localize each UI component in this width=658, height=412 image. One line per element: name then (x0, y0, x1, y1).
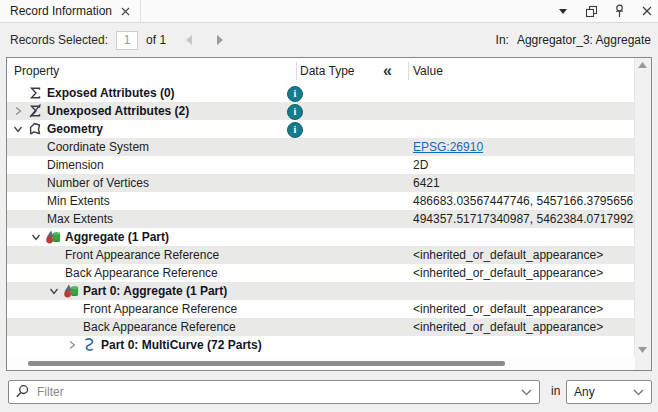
float-window-icon[interactable] (584, 4, 598, 18)
records-toolbar: Records Selected: 1 of 1 In: Aggregator_… (0, 23, 658, 57)
filter-chevron-down-icon[interactable] (521, 389, 532, 396)
in-context-label: In: (496, 33, 509, 47)
aggregate-icon (45, 229, 61, 245)
property-label: Front Appearance Reference (65, 246, 219, 264)
scrollbar-corner (635, 357, 651, 370)
filter-input[interactable]: Filter (8, 380, 540, 404)
value-text: <inherited_or_default_appearance> (413, 318, 603, 336)
property-label: Back Appearance Reference (83, 318, 236, 336)
value-text: 2D (413, 156, 428, 174)
tab-record-information[interactable]: Record Information (0, 0, 141, 22)
table-rows: Exposed Attributes (0)iUnexposed Attribu… (7, 84, 635, 354)
table-row[interactable]: Max Extents494357.51717340987, 5462384.0… (7, 210, 635, 228)
tab-close-icon[interactable] (121, 7, 130, 16)
sigma-slash-icon (27, 103, 43, 119)
property-label: Dimension (47, 156, 104, 174)
table-row[interactable]: Part 0: Aggregate (1 Part) (7, 282, 635, 300)
search-icon (15, 384, 30, 399)
multicurve-icon (81, 337, 97, 353)
horizontal-scrollbar-thumb[interactable] (28, 361, 505, 366)
property-label: Number of Vertices (47, 174, 149, 192)
table-row[interactable]: Back Appearance Reference<inherited_or_d… (7, 318, 635, 336)
record-tree-table: Property Data Type « Value Exposed Attri… (6, 57, 652, 371)
scroll-up-icon[interactable] (638, 62, 647, 68)
horizontal-scrollbar[interactable] (7, 357, 635, 370)
info-icon[interactable]: i (287, 122, 303, 138)
records-selected-label: Records Selected: (10, 33, 108, 47)
close-icon[interactable] (640, 4, 654, 18)
record-information-panel: Record Information (0, 0, 658, 412)
table-row[interactable]: Number of Vertices6421 (7, 174, 635, 192)
expander-closed-icon[interactable] (13, 106, 23, 116)
property-label: Exposed Attributes (0) (47, 84, 175, 102)
property-label: Geometry (47, 120, 103, 138)
filter-scope-value: Any (574, 381, 595, 403)
records-of-label: of 1 (146, 33, 166, 47)
header-separator (408, 62, 409, 80)
property-label: Min Extents (47, 192, 110, 210)
table-header: Property Data Type « Value (7, 58, 635, 84)
property-label: Part 0: MultiCurve (72 Parts) (101, 336, 262, 354)
scope-chevron-down-icon[interactable] (633, 389, 644, 396)
column-header-value[interactable]: Value (413, 58, 443, 84)
property-label: Aggregate (1 Part) (65, 228, 169, 246)
column-header-data-type[interactable]: Data Type (300, 58, 354, 84)
property-label: Max Extents (47, 210, 113, 228)
expander-open-icon[interactable] (31, 232, 41, 242)
property-label: Back Appearance Reference (65, 264, 218, 282)
info-icon[interactable]: i (287, 86, 303, 102)
aggregate-icon (63, 283, 79, 299)
value-text: <inherited_or_default_appearance> (413, 246, 603, 264)
value-link[interactable]: EPSG:26910 (413, 138, 483, 156)
filter-bar: Filter in Any (0, 371, 658, 412)
collapse-columns-icon[interactable]: « (383, 58, 391, 83)
table-row[interactable]: Back Appearance Reference<inherited_or_d… (7, 264, 635, 282)
property-label: Front Appearance Reference (83, 300, 237, 318)
table-row[interactable]: Exposed Attributes (0)i (7, 84, 635, 102)
property-label: Unexposed Attributes (2) (47, 102, 189, 120)
expander-open-icon[interactable] (49, 286, 59, 296)
table-row[interactable]: Part 0: MultiCurve (72 Parts) (7, 336, 635, 354)
table-row[interactable]: Dimension2D (7, 156, 635, 174)
value-text: <inherited_or_default_appearance> (413, 264, 603, 282)
dock-menu-arrow-icon[interactable] (556, 4, 570, 18)
info-icon[interactable]: i (287, 104, 303, 120)
table-row[interactable]: Min Extents486683.03567447746, 5457166.3… (7, 192, 635, 210)
table-row[interactable]: Aggregate (1 Part) (7, 228, 635, 246)
table-row[interactable]: Unexposed Attributes (2)i (7, 102, 635, 120)
previous-record-button[interactable] (182, 33, 196, 47)
filter-in-label: in (551, 380, 560, 402)
pin-icon[interactable] (612, 4, 626, 18)
table-row[interactable]: Front Appearance Reference<inherited_or_… (7, 246, 635, 264)
table-row[interactable]: Coordinate SystemEPSG:26910 (7, 138, 635, 156)
tab-bar: Record Information (0, 0, 658, 23)
value-text: 486683.03567447746, 5457166.3795656 (413, 192, 633, 210)
context-value: Aggregator_3: Aggregate (517, 33, 651, 47)
vertical-scrollbar[interactable] (634, 58, 651, 357)
value-text: 494357.51717340987, 5462384.071799235 (413, 210, 647, 228)
property-label: Part 0: Aggregate (1 Part) (83, 282, 227, 300)
column-header-property[interactable]: Property (14, 58, 59, 84)
expander-open-icon[interactable] (13, 124, 23, 134)
value-text: 6421 (413, 174, 440, 192)
next-record-button[interactable] (212, 33, 226, 47)
tab-title: Record Information (10, 4, 112, 18)
expander-closed-icon[interactable] (67, 340, 77, 350)
table-row[interactable]: Geometryi (7, 120, 635, 138)
sigma-icon (27, 85, 43, 101)
scroll-down-icon[interactable] (638, 347, 647, 353)
filter-scope-select[interactable]: Any (566, 380, 652, 404)
value-text: <inherited_or_default_appearance> (413, 300, 603, 318)
table-row[interactable]: Front Appearance Reference<inherited_or_… (7, 300, 635, 318)
record-number-input[interactable]: 1 (116, 31, 138, 50)
filter-placeholder: Filter (37, 381, 64, 403)
dock-buttons (556, 0, 654, 22)
header-separator (296, 62, 297, 80)
geometry-icon (27, 121, 43, 137)
property-label: Coordinate System (47, 138, 149, 156)
